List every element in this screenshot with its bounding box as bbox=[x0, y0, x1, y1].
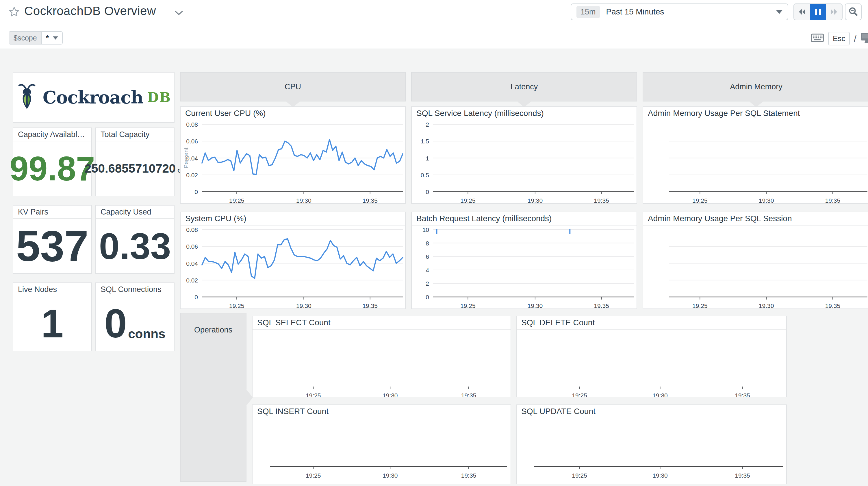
cockroach-bug-icon bbox=[16, 82, 37, 112]
chart-title: SQL DELETE Count bbox=[517, 316, 786, 330]
svg-text:0.04: 0.04 bbox=[186, 260, 198, 267]
stat-title: Live Nodes bbox=[13, 283, 91, 296]
caret-down-icon bbox=[776, 10, 782, 14]
svg-text:19:35: 19:35 bbox=[825, 303, 841, 309]
svg-text:19:30: 19:30 bbox=[759, 197, 774, 203]
group-header-operations[interactable]: Operations bbox=[180, 313, 246, 482]
svg-text:8: 8 bbox=[426, 240, 429, 247]
stat-value: 1 bbox=[41, 300, 64, 347]
stat-capacity-available[interactable]: Capacity Available... 99.87 bbox=[13, 127, 92, 196]
esc-key-button[interactable]: Esc bbox=[828, 32, 850, 46]
chart-sql-delete-count[interactable]: SQL DELETE Count 19:2519:3019:35 bbox=[516, 316, 787, 397]
group-header-admin-memory[interactable]: Admin Memory bbox=[643, 72, 868, 102]
svg-text:19:35: 19:35 bbox=[735, 392, 750, 397]
zoom-out-button[interactable] bbox=[845, 3, 862, 20]
sql-select-count-plot: 19:2519:3019:35 bbox=[252, 330, 510, 397]
current-user-cpu-plot: 00.020.040.060.0819:2519:3019:35Percent bbox=[181, 120, 405, 203]
svg-text:19:35: 19:35 bbox=[594, 197, 609, 203]
chart-admin-memory-statement[interactable]: Admin Memory Usage Per SQL Statement 19:… bbox=[643, 106, 868, 204]
stat-sql-connections[interactable]: SQL Connections 0conns bbox=[95, 283, 175, 351]
batch-request-latency-plot: 024681019:2519:3019:35 bbox=[412, 226, 637, 309]
pause-button[interactable] bbox=[810, 4, 826, 20]
stat-kv-pairs[interactable]: KV Pairs 537 bbox=[13, 205, 92, 274]
chart-sql-select-count[interactable]: SQL SELECT Count 19:2519:3019:35 bbox=[252, 316, 511, 397]
chart-title: SQL UPDATE Count bbox=[517, 405, 786, 418]
svg-text:0.08: 0.08 bbox=[186, 226, 198, 233]
svg-text:19:25: 19:25 bbox=[572, 392, 587, 397]
scope-var-value[interactable]: * bbox=[42, 32, 62, 44]
admin-memory-statement-plot: 19:2519:3019:35 bbox=[643, 120, 868, 203]
group-label: CPU bbox=[285, 82, 301, 91]
chart-title: Admin Memory Usage Per SQL Statement bbox=[643, 107, 868, 120]
chart-title: Admin Memory Usage Per SQL Session bbox=[643, 212, 868, 226]
svg-text:19:30: 19:30 bbox=[296, 197, 311, 203]
cockroachdb-logo: Cockroach DB bbox=[16, 82, 171, 112]
chart-batch-request-latency[interactable]: Batch Request Latency (milliseconds) 024… bbox=[411, 211, 637, 309]
system-cpu-plot: 00.020.040.060.0819:2519:3019:35 bbox=[181, 226, 405, 309]
svg-text:19:25: 19:25 bbox=[692, 197, 708, 203]
template-variable-scope[interactable]: $scope * bbox=[9, 31, 63, 45]
group-label: Admin Memory bbox=[730, 82, 782, 91]
svg-text:0: 0 bbox=[194, 294, 198, 301]
stat-title: Total Capacity bbox=[96, 128, 174, 141]
time-range-selector[interactable]: 15m Past 15 Minutes bbox=[571, 3, 788, 20]
caret-down-icon bbox=[53, 36, 58, 39]
chart-title: SQL Service Latency (milliseconds) bbox=[412, 107, 637, 120]
svg-text:19:30: 19:30 bbox=[528, 197, 543, 203]
chart-current-user-cpu[interactable]: Current User CPU (%) 00.020.040.060.0819… bbox=[180, 106, 406, 204]
logo-wordmark: Cockroach bbox=[43, 87, 143, 108]
chart-admin-memory-session[interactable]: Admin Memory Usage Per SQL Session 19:25… bbox=[643, 211, 868, 309]
group-label: Latency bbox=[510, 82, 538, 91]
admin-memory-session-plot: 19:2519:3019:35 bbox=[643, 226, 868, 309]
stat-value: 0 bbox=[104, 300, 127, 347]
keyboard-icon[interactable] bbox=[811, 33, 824, 44]
svg-text:4: 4 bbox=[426, 267, 429, 274]
svg-text:19:35: 19:35 bbox=[362, 197, 378, 203]
chart-sql-service-latency[interactable]: SQL Service Latency (milliseconds) 00.51… bbox=[411, 106, 637, 204]
fullscreen-monitor-icon[interactable] bbox=[861, 32, 868, 45]
svg-text:19:35: 19:35 bbox=[594, 303, 609, 309]
chart-sql-insert-count[interactable]: SQL INSERT Count 19:2519:3019:35 bbox=[252, 404, 511, 484]
time-range-label: Past 15 Minutes bbox=[606, 7, 776, 17]
stat-value: 0.33 bbox=[99, 225, 171, 267]
chart-sql-update-count[interactable]: SQL UPDATE Count 19:2519:3019:35 bbox=[516, 404, 787, 484]
stat-title: Capacity Available... bbox=[13, 128, 91, 141]
scope-var-name: $scope bbox=[9, 32, 42, 44]
group-header-cpu[interactable]: CPU bbox=[180, 72, 406, 102]
page-title: CockroachDB Overview bbox=[24, 4, 156, 18]
svg-text:1: 1 bbox=[426, 155, 429, 162]
stat-title: Capacity Used bbox=[96, 205, 174, 219]
chart-title: SQL INSERT Count bbox=[252, 405, 510, 418]
svg-text:0: 0 bbox=[426, 294, 429, 301]
svg-text:0: 0 bbox=[194, 189, 198, 195]
rewind-button[interactable] bbox=[794, 4, 810, 20]
svg-text:19:30: 19:30 bbox=[382, 472, 398, 479]
svg-text:1.5: 1.5 bbox=[421, 138, 429, 145]
sql-delete-count-plot: 19:2519:3019:35 bbox=[517, 330, 786, 397]
stat-total-capacity[interactable]: Total Capacity 250.6855710720GB bbox=[95, 127, 175, 196]
stat-unit: conns bbox=[128, 327, 165, 341]
slash-separator: / bbox=[854, 33, 857, 44]
sql-service-latency-plot: 00.511.5219:2519:3019:35 bbox=[412, 120, 637, 203]
svg-text:19:35: 19:35 bbox=[362, 303, 378, 309]
svg-text:19:35: 19:35 bbox=[825, 197, 841, 203]
fast-forward-button[interactable] bbox=[826, 4, 842, 20]
scope-value-text: * bbox=[46, 33, 49, 42]
chevron-down-icon[interactable] bbox=[175, 10, 183, 17]
svg-text:19:25: 19:25 bbox=[229, 197, 244, 203]
svg-text:19:25: 19:25 bbox=[460, 303, 475, 309]
group-header-latency[interactable]: Latency bbox=[411, 72, 637, 102]
stat-capacity-used[interactable]: Capacity Used 0.33 bbox=[95, 205, 175, 274]
svg-text:2: 2 bbox=[426, 280, 429, 287]
shortcut-hints: Esc / bbox=[811, 31, 868, 46]
svg-text:0.5: 0.5 bbox=[421, 172, 429, 178]
svg-text:0.02: 0.02 bbox=[186, 277, 198, 284]
stat-live-nodes[interactable]: Live Nodes 1 bbox=[13, 283, 92, 351]
favorite-star-icon[interactable] bbox=[9, 6, 20, 19]
chart-system-cpu[interactable]: System CPU (%) 00.020.040.060.0819:2519:… bbox=[180, 211, 406, 309]
svg-text:0.06: 0.06 bbox=[186, 243, 198, 250]
svg-text:19:30: 19:30 bbox=[382, 392, 398, 397]
sql-insert-count-plot: 19:2519:3019:35 bbox=[252, 418, 510, 484]
svg-text:0: 0 bbox=[426, 189, 429, 195]
svg-text:10: 10 bbox=[423, 226, 429, 233]
